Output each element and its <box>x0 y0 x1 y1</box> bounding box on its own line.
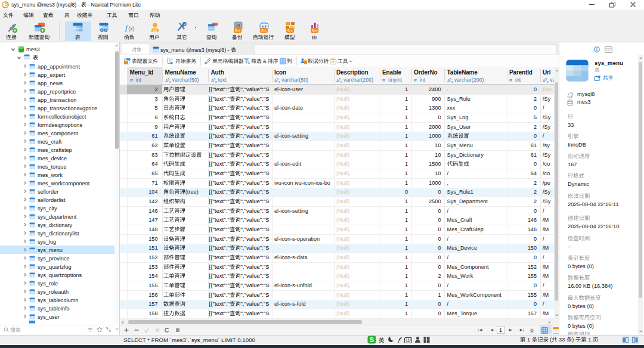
svg-text:c: c <box>340 79 342 83</box>
svg-text:#: # <box>414 77 417 83</box>
svg-text:c: c <box>278 79 280 83</box>
svg-text:c: c <box>451 79 453 83</box>
svg-text:#: # <box>382 77 385 83</box>
svg-text:(x): (x) <box>129 26 135 32</box>
svg-text:#: # <box>509 77 512 83</box>
svg-text:c: c <box>169 79 171 83</box>
svg-text:#: # <box>130 77 133 83</box>
svg-text:Ent: Ent <box>312 29 317 32</box>
svg-text:c: c <box>547 79 549 83</box>
svg-text:Ent: Ent <box>261 29 267 32</box>
svg-text:Ent: Ent <box>235 29 240 32</box>
svg-text:S: S <box>370 336 374 343</box>
svg-text:Ent: Ent <box>287 29 293 32</box>
svg-text:c: c <box>215 79 217 83</box>
